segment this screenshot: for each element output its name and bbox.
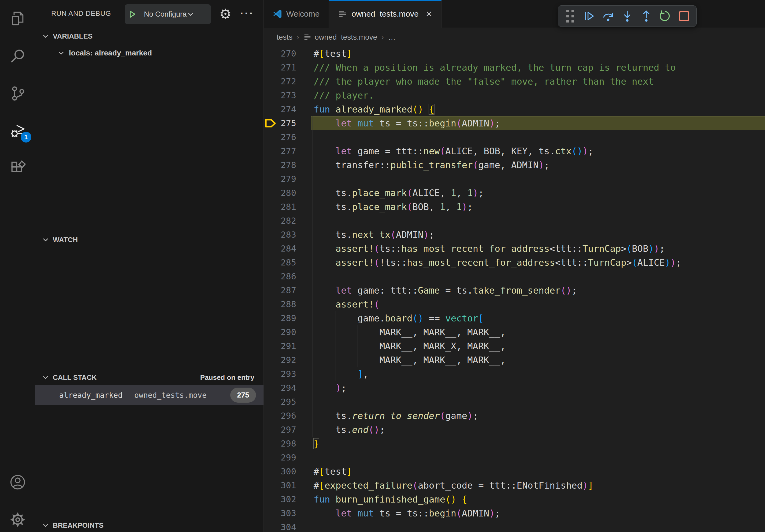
code-line[interactable]: 274fun already_marked() { (264, 102, 765, 116)
step-out-icon[interactable] (638, 8, 655, 24)
code-line[interactable]: 289 game.board() == vector[ (264, 311, 765, 325)
search-icon[interactable] (0, 41, 35, 71)
line-number[interactable]: 276 (264, 130, 296, 144)
source-control-icon[interactable] (0, 79, 35, 108)
line-number[interactable]: 304 (264, 520, 296, 532)
code-line[interactable]: 279 (264, 172, 765, 186)
code-line[interactable]: 272/// the player who made the "false" m… (264, 75, 765, 89)
line-number[interactable]: 281 (264, 200, 296, 214)
continue-icon[interactable] (581, 8, 597, 24)
line-number[interactable]: 295 (264, 395, 296, 409)
line-number[interactable]: 285 (264, 256, 296, 269)
breadcrumb-item-file[interactable]: owned_tests.move (315, 33, 377, 42)
line-number[interactable]: 277 (264, 144, 296, 158)
debug-config-dropdown[interactable]: No Configura (125, 4, 211, 24)
line-number[interactable]: 293 (264, 367, 296, 381)
run-and-debug-icon[interactable]: 1 (0, 116, 35, 146)
line-number[interactable]: 298 (264, 437, 296, 450)
code-line[interactable]: 280 ts.place_mark(ALICE, 1, 1); (264, 186, 765, 200)
line-number[interactable]: 274 (264, 102, 296, 116)
code-line[interactable]: 276 (264, 130, 765, 144)
code-line[interactable]: 296 ts.return_to_sender(game); (264, 409, 765, 423)
code-line[interactable]: 297 ts.end(); (264, 423, 765, 437)
code-line[interactable]: 273/// player. (264, 89, 765, 102)
account-icon[interactable] (0, 467, 35, 497)
code-line[interactable]: 301#[expected_failure(abort_code = ttt::… (264, 478, 765, 492)
code-line[interactable]: 282 (264, 214, 765, 228)
code-line[interactable]: 281 ts.place_mark(BOB, 1, 1); (264, 200, 765, 214)
code-line[interactable]: 293 ], (264, 367, 765, 381)
line-number[interactable]: 282 (264, 214, 296, 228)
tab-welcome[interactable]: Welcome (264, 0, 329, 28)
line-number[interactable]: 302 (264, 492, 296, 506)
line-number[interactable]: 288 (264, 297, 296, 311)
close-tab-icon[interactable]: ✕ (426, 9, 432, 19)
line-number[interactable]: 301 (264, 478, 296, 492)
launch-settings-gear-icon[interactable]: ⚙ (218, 6, 233, 21)
code-line[interactable]: 298} (264, 437, 765, 450)
code-line[interactable]: 304 (264, 520, 765, 532)
line-number[interactable]: 291 (264, 339, 296, 353)
line-number[interactable]: 283 (264, 228, 296, 242)
code-line[interactable]: 284 assert!(ts::has_most_recent_for_addr… (264, 242, 765, 256)
line-number[interactable]: 280 (264, 186, 296, 200)
breakpoints-section-header[interactable]: BREAKPOINTS (35, 519, 264, 532)
line-number[interactable]: 297 (264, 423, 296, 437)
variables-section-header[interactable]: VARIABLES (35, 30, 264, 43)
call-stack-frame-row[interactable]: already_marked owned_tests.move 275 (35, 385, 264, 405)
code-line[interactable]: 302fun burn_unfinished_game() { (264, 492, 765, 506)
code-line[interactable]: 283 ts.next_tx(ADMIN); (264, 228, 765, 242)
breadcrumb-item-symbol[interactable]: … (388, 33, 395, 42)
code-area[interactable]: 270#[test]271/// When a position is alre… (264, 47, 765, 532)
line-number[interactable]: 292 (264, 353, 296, 367)
code-line[interactable]: 299 (264, 450, 765, 464)
code-line[interactable]: 277 let game = ttt::new(ALICE, BOB, KEY,… (264, 144, 765, 158)
step-over-icon[interactable] (600, 8, 616, 24)
views-more-actions-icon[interactable]: ··· (238, 5, 257, 21)
line-number[interactable]: 299 (264, 450, 296, 464)
code-line[interactable]: 271/// When a position is already marked… (264, 61, 765, 75)
code-line[interactable]: 286 (264, 269, 765, 283)
code-line[interactable]: 288 assert!( (264, 297, 765, 311)
code-line[interactable]: 294 ); (264, 381, 765, 395)
code-line[interactable]: 287 let game: ttt::Game = ts.take_from_s… (264, 283, 765, 297)
line-number[interactable]: 284 (264, 242, 296, 256)
line-number[interactable]: 300 (264, 464, 296, 478)
line-number[interactable]: 296 (264, 409, 296, 423)
call-stack-section-header[interactable]: CALL STACK Paused on entry (35, 371, 264, 384)
explorer-icon[interactable] (0, 4, 35, 33)
line-number[interactable]: 273 (264, 89, 296, 102)
line-number[interactable]: 272 (264, 75, 296, 89)
line-number[interactable]: 303 (264, 506, 296, 520)
toolbar-drag-handle[interactable] (562, 8, 578, 24)
code-line[interactable]: 270#[test] (264, 47, 765, 61)
code-line[interactable]: 295 (264, 395, 765, 409)
code-line[interactable]: 275 let mut ts = ts::begin(ADMIN); (264, 116, 765, 130)
line-number[interactable]: 290 (264, 325, 296, 339)
line-number[interactable]: 287 (264, 283, 296, 297)
step-into-icon[interactable] (619, 8, 635, 24)
line-number[interactable]: 294 (264, 381, 296, 395)
variables-scope-row[interactable]: locals: already_marked (35, 46, 264, 60)
stop-icon[interactable] (676, 8, 692, 24)
code-line[interactable]: 290 MARK__, MARK__, MARK__, (264, 325, 765, 339)
code-line[interactable]: 303 let mut ts = ts::begin(ADMIN); (264, 506, 765, 520)
line-number[interactable]: 270 (264, 47, 296, 61)
line-number[interactable]: 286 (264, 269, 296, 283)
code-line[interactable]: 291 MARK__, MARK_X, MARK__, (264, 339, 765, 353)
watch-section-header[interactable]: WATCH (35, 233, 264, 246)
line-number[interactable]: 278 (264, 158, 296, 172)
breadcrumb-item-tests[interactable]: tests (277, 33, 293, 42)
settings-gear-icon[interactable] (0, 505, 35, 532)
line-number[interactable]: 279 (264, 172, 296, 186)
start-debugging-icon[interactable] (125, 4, 140, 24)
line-number[interactable]: 271 (264, 61, 296, 75)
line-number[interactable]: 289 (264, 311, 296, 325)
tab-owned-tests-move[interactable]: owned_tests.move ✕ (329, 0, 441, 28)
restart-icon[interactable] (657, 8, 674, 24)
code-line[interactable]: 278 transfer::public_transfer(game, ADMI… (264, 158, 765, 172)
code-line[interactable]: 300#[test] (264, 464, 765, 478)
extensions-icon[interactable] (0, 154, 35, 183)
code-line[interactable]: 292 MARK__, MARK__, MARK__, (264, 353, 765, 367)
code-line[interactable]: 285 assert!(!ts::has_most_recent_for_add… (264, 256, 765, 269)
